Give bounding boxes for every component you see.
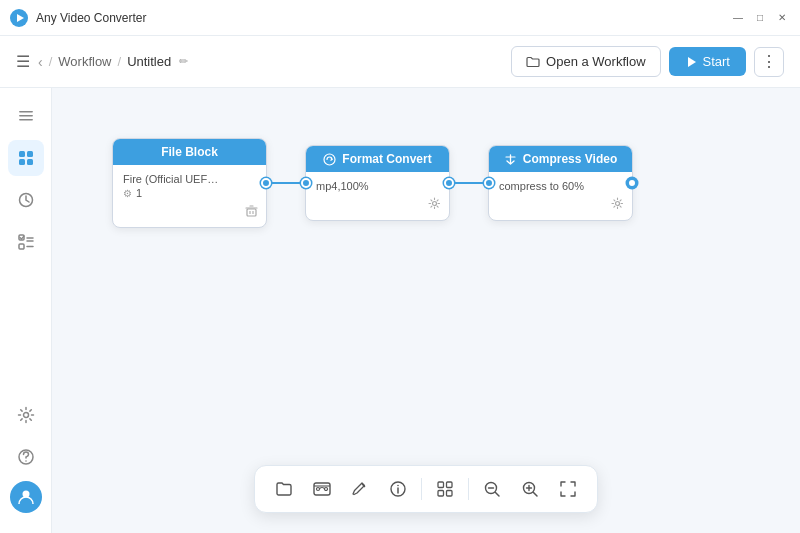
node-format-convert-row1: mp4,100%: [316, 180, 439, 192]
fit-button[interactable]: [551, 472, 585, 506]
input-connector-compress-video[interactable]: [484, 178, 494, 188]
output-connector-file-block[interactable]: [261, 178, 271, 188]
info-button[interactable]: [381, 472, 415, 506]
bottom-toolbar: [254, 465, 598, 513]
media-icon: [312, 479, 332, 499]
grid-icon: [435, 479, 455, 499]
play-icon: [685, 56, 697, 68]
breadcrumb-workflow[interactable]: Workflow: [58, 54, 111, 69]
edit-title-icon[interactable]: ✏: [179, 55, 188, 68]
app-icon: [10, 9, 28, 27]
breadcrumb-separator1: /: [49, 54, 53, 69]
breadcrumb-separator2: /: [118, 54, 122, 69]
svg-point-29: [325, 488, 328, 491]
app-title: Any Video Converter: [36, 11, 147, 25]
hamburger-icon[interactable]: ☰: [16, 52, 30, 71]
sidebar-item-settings[interactable]: [8, 397, 44, 433]
input-connector-format-convert[interactable]: [301, 178, 311, 188]
node-wrapper-compress-video: Compress Video compress to 60%: [488, 145, 633, 221]
node-format-convert-settings[interactable]: [428, 196, 441, 214]
svg-rect-8: [19, 159, 25, 165]
delete-node-icon[interactable]: [245, 205, 258, 221]
connector-1: [267, 182, 305, 184]
svg-point-18: [25, 460, 27, 462]
node-compress-video-title: Compress Video: [523, 152, 617, 166]
open-workflow-label: Open a Workflow: [546, 54, 645, 69]
svg-rect-34: [438, 482, 444, 488]
sidebar-item-menu[interactable]: [8, 98, 44, 134]
grid-button[interactable]: [428, 472, 462, 506]
node-compress-video-header: Compress Video: [489, 146, 632, 172]
open-file-icon: [274, 479, 294, 499]
maximize-button[interactable]: □: [752, 10, 768, 26]
toolbar-right: Open a Workflow Start ⋮: [511, 46, 784, 77]
node-file-block-body: Fire (Official UEF… ⚙ 1: [113, 165, 266, 227]
node-wrapper-format-convert: Format Convert mp4,100%: [305, 145, 488, 221]
zoom-in-button[interactable]: [513, 472, 547, 506]
svg-rect-37: [447, 491, 453, 497]
history-icon: [17, 191, 35, 209]
avatar[interactable]: [10, 481, 42, 513]
back-arrow[interactable]: ‹: [38, 54, 43, 70]
workflow-area: File Block Fire (Official UEF… ⚙ 1: [112, 138, 633, 228]
sidebar-item-tasks[interactable]: [8, 224, 44, 260]
node-file-block-title: File Block: [161, 145, 218, 159]
svg-rect-9: [27, 159, 33, 165]
node-file-block-count: 1: [136, 187, 142, 199]
sidebar-item-help[interactable]: [8, 439, 44, 475]
svg-point-26: [616, 202, 620, 206]
main-content: File Block Fire (Official UEF… ⚙ 1: [0, 88, 800, 533]
svg-line-42: [534, 493, 538, 497]
node-compress-video[interactable]: Compress Video compress to 60%: [488, 145, 633, 221]
title-bar: Any Video Converter — □ ✕: [0, 0, 800, 36]
toolbar-separator-2: [468, 478, 469, 500]
svg-point-24: [433, 202, 437, 206]
node-compress-video-content: compress to 60%: [499, 180, 584, 192]
open-workflow-button[interactable]: Open a Workflow: [511, 46, 660, 77]
node-file-block-content: Fire (Official UEF…: [123, 173, 218, 185]
more-options-button[interactable]: ⋮: [754, 47, 784, 77]
svg-rect-12: [19, 244, 24, 249]
node-compress-video-settings[interactable]: [611, 196, 624, 214]
breadcrumb: ‹ / Workflow / Untitled ✏: [38, 54, 188, 70]
edit-button[interactable]: [343, 472, 377, 506]
sidebar-item-history[interactable]: [8, 182, 44, 218]
svg-rect-3: [19, 111, 33, 113]
svg-line-39: [496, 493, 500, 497]
edit-icon: [350, 479, 370, 499]
toolbar-left: ☰ ‹ / Workflow / Untitled ✏: [16, 52, 499, 71]
sidebar: [0, 88, 52, 533]
zoom-out-button[interactable]: [475, 472, 509, 506]
workflow-canvas[interactable]: File Block Fire (Official UEF… ⚙ 1: [52, 88, 800, 533]
help-icon: [17, 448, 35, 466]
sidebar-bottom: [8, 397, 44, 523]
settings-icon: [17, 406, 35, 424]
convert-icon: [323, 153, 336, 166]
svg-rect-4: [19, 115, 33, 117]
node-file-block-header: File Block: [113, 139, 266, 165]
svg-point-16: [23, 413, 28, 418]
svg-marker-2: [688, 57, 696, 67]
start-label: Start: [703, 54, 730, 69]
node-file-block-row1: Fire (Official UEF…: [123, 173, 256, 185]
compress-icon: [504, 153, 517, 166]
sidebar-item-workflow[interactable]: [8, 140, 44, 176]
start-button[interactable]: Start: [669, 47, 746, 76]
hamburger-sidebar-icon: [17, 107, 35, 125]
node-format-convert-content: mp4,100%: [316, 180, 369, 192]
settings-mini-icon: ⚙: [123, 188, 132, 199]
svg-rect-36: [438, 491, 444, 497]
node-file-block[interactable]: File Block Fire (Official UEF… ⚙ 1: [112, 138, 267, 228]
tasks-icon: [17, 233, 35, 251]
output-connector-format-convert[interactable]: [444, 178, 454, 188]
node-format-convert-header: Format Convert: [306, 146, 449, 172]
close-button[interactable]: ✕: [774, 10, 790, 26]
output-connector-compress-video[interactable]: [627, 178, 637, 188]
open-file-button[interactable]: [267, 472, 301, 506]
fit-icon: [558, 479, 578, 499]
window-controls: — □ ✕: [730, 10, 790, 26]
node-format-convert[interactable]: Format Convert mp4,100%: [305, 145, 450, 221]
title-bar-left: Any Video Converter: [10, 9, 147, 27]
minimize-button[interactable]: —: [730, 10, 746, 26]
media-button[interactable]: [305, 472, 339, 506]
